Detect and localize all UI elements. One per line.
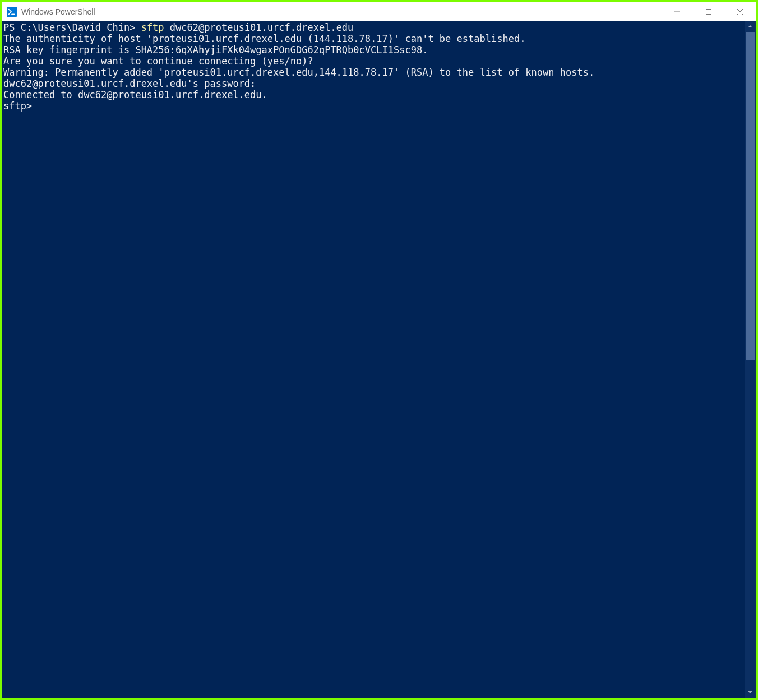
output-line: RSA key fingerprint is SHA256:6qXAhyjiFX… (3, 44, 428, 55)
window-controls (662, 2, 756, 21)
output-line: Connected to dwc62@proteusi01.urcf.drexe… (3, 89, 267, 100)
output-line: dwc62@proteusi01.urcf.drexel.edu's passw… (3, 78, 256, 89)
scroll-down-button[interactable] (745, 687, 756, 698)
powershell-icon (7, 7, 17, 17)
titlebar[interactable]: Windows PowerShell (2, 2, 756, 21)
maximize-button[interactable] (693, 2, 724, 21)
command-name: sftp (141, 22, 164, 33)
ps-prompt: PS C:\Users\David Chin> (3, 22, 141, 33)
output-line: The authenticity of host 'proteusi01.urc… (3, 33, 525, 44)
minimize-button[interactable] (662, 2, 693, 21)
close-button[interactable] (724, 2, 756, 21)
sftp-prompt: sftp> (3, 100, 32, 112)
scroll-up-button[interactable] (745, 21, 756, 32)
command-args: dwc62@proteusi01.urcf.drexel.edu (164, 22, 354, 33)
vertical-scrollbar[interactable] (745, 21, 756, 698)
svg-rect-1 (706, 9, 711, 14)
output-line: Are you sure you want to continue connec… (3, 55, 313, 67)
terminal-container: PS C:\Users\David Chin> sftp dwc62@prote… (2, 21, 756, 698)
terminal-output[interactable]: PS C:\Users\David Chin> sftp dwc62@prote… (2, 21, 745, 698)
scroll-thumb[interactable] (746, 32, 755, 360)
powershell-window: Windows PowerShell PS C:\Users\David Chi… (2, 2, 756, 698)
window-title: Windows PowerShell (21, 7, 662, 16)
output-line: Warning: Permanently added 'proteusi01.u… (3, 67, 594, 78)
